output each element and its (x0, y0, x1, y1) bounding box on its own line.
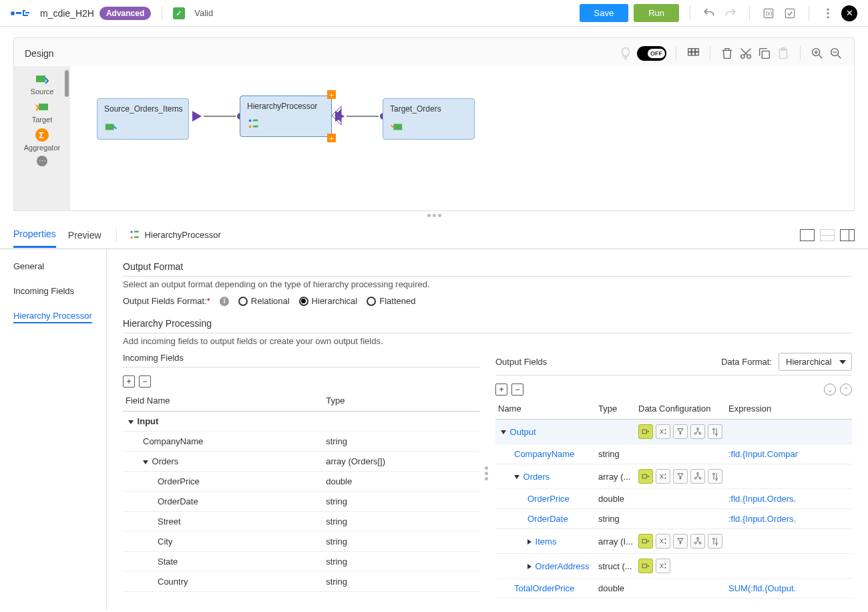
sidebar-incoming[interactable]: Incoming Fields (13, 286, 99, 296)
config-action-icon[interactable] (708, 424, 722, 439)
svg-rect-32 (393, 124, 402, 130)
table-row[interactable]: TotalOrderPricedoubleSUM(:fld.{Output. (495, 579, 852, 599)
mapping-name: m_cdie_H2H (40, 8, 94, 19)
config-action-icon[interactable] (656, 534, 670, 549)
main-content: Output Format Select an output format de… (107, 249, 868, 610)
palette-scrollbar[interactable] (65, 70, 69, 97)
radio-flattened[interactable]: Flattened (367, 296, 415, 306)
svg-rect-6 (785, 9, 794, 17)
svg-rect-49 (642, 539, 646, 543)
validate-icon[interactable] (782, 5, 798, 21)
resize-handle[interactable] (0, 211, 868, 220)
sidebar-hierarchy[interactable]: Hierarchy Processor (13, 311, 92, 323)
kebab-menu-icon[interactable] (820, 5, 836, 21)
svg-point-29 (249, 126, 252, 128)
svg-point-46 (697, 472, 699, 474)
tab-transformation: HierarchyProcessor (116, 229, 221, 241)
cut-icon[interactable] (738, 46, 753, 61)
table-row[interactable]: Input (123, 412, 479, 432)
table-row[interactable]: CompanyNamestring:fld.{Input.Compar (495, 444, 852, 464)
tab-bar: Properties Preview HierarchyProcessor (0, 221, 868, 249)
save-button[interactable]: Save (580, 4, 629, 22)
table-row[interactable]: OrderPricedouble (123, 472, 479, 492)
close-icon[interactable]: ✕ (841, 5, 857, 21)
config-action-icon[interactable] (638, 559, 653, 573)
toggle-switch[interactable]: OFF (637, 46, 666, 61)
svg-rect-31 (253, 126, 258, 128)
palette-target[interactable]: Target (32, 100, 53, 124)
config-action-icon[interactable] (690, 534, 705, 549)
table-row[interactable]: OrderAddressstruct (... (495, 554, 852, 579)
chevron-down-circle-icon[interactable]: ⌄ (824, 384, 836, 396)
radio-relational[interactable]: Relational (238, 296, 290, 306)
chevron-up-circle-icon[interactable]: ⌃ (840, 384, 852, 396)
delete-icon[interactable] (720, 46, 734, 61)
config-action-icon[interactable] (656, 469, 670, 484)
undo-icon[interactable] (701, 5, 717, 21)
data-format-select[interactable]: Hierarchical (779, 353, 852, 371)
config-action-icon[interactable] (638, 469, 653, 484)
plus-handle-bottom[interactable]: + (327, 134, 336, 142)
svg-rect-55 (642, 564, 646, 568)
table-row[interactable]: Output (495, 420, 852, 444)
config-action-icon[interactable] (708, 469, 722, 484)
splitter-handle[interactable] (485, 466, 488, 480)
canvas[interactable]: Source_Orders_Items + HierarchyProcessor… (70, 66, 854, 210)
redo-icon[interactable] (722, 5, 738, 21)
table-row[interactable]: OrderDatestring:fld.{Input.Orders. (495, 509, 852, 529)
hierarchy-proc-title: Hierarchy Processing (123, 318, 852, 333)
config-action-icon[interactable] (673, 424, 688, 439)
panel-layout-3-icon[interactable] (840, 229, 855, 241)
config-action-icon[interactable] (638, 424, 653, 439)
table-row[interactable]: Ordersarray (... (495, 464, 852, 489)
config-action-icon[interactable] (708, 534, 722, 549)
config-action-icon[interactable] (690, 424, 705, 439)
svg-point-28 (249, 120, 252, 122)
svg-point-52 (697, 537, 699, 539)
palette-aggregator[interactable]: Σ Aggregator (24, 128, 60, 152)
node-target[interactable]: Target_Orders (383, 98, 475, 140)
tab-properties[interactable]: Properties (13, 222, 56, 248)
run-button[interactable]: Run (634, 4, 679, 22)
copy-icon[interactable] (757, 46, 772, 61)
table-row[interactable]: Ordersarray (Orders[]) (123, 452, 479, 472)
zoom-in-icon[interactable] (810, 46, 825, 61)
table-row[interactable]: Countrystring (123, 572, 479, 592)
panel-layout-1-icon[interactable] (800, 229, 815, 241)
table-row[interactable]: Itemsarray (I... (495, 529, 852, 554)
paste-icon[interactable] (776, 46, 791, 61)
table-row[interactable]: Streetstring (123, 512, 479, 532)
grid-icon[interactable] (686, 46, 700, 61)
config-action-icon[interactable] (656, 559, 670, 573)
svg-rect-30 (253, 120, 258, 122)
config-action-icon[interactable] (656, 424, 670, 439)
node-source[interactable]: Source_Orders_Items (97, 98, 189, 140)
palette-more-icon[interactable]: ⋯ (37, 156, 47, 166)
lightbulb-icon[interactable] (618, 46, 633, 61)
expression-icon[interactable]: (x) (761, 5, 777, 21)
sidebar-general[interactable]: General (13, 261, 99, 271)
table-row[interactable]: CompanyNamestring (123, 432, 479, 452)
output-table: Name Type Data Configuration Expression … (495, 398, 852, 599)
config-action-icon[interactable] (673, 469, 688, 484)
collapse-all-icon[interactable]: − (139, 375, 151, 388)
expand-all-out-icon[interactable]: + (495, 384, 507, 396)
config-action-icon[interactable] (673, 534, 688, 549)
tab-preview[interactable]: Preview (68, 223, 101, 247)
table-row[interactable]: OrderPricedouble:fld.{Input.Orders. (495, 489, 852, 509)
config-action-icon[interactable] (690, 469, 705, 484)
info-icon[interactable]: i (220, 297, 229, 306)
node-processor[interactable]: + HierarchyProcessor + (240, 96, 332, 137)
config-action-icon[interactable] (638, 534, 653, 549)
radio-hierarchical[interactable]: Hierarchical (299, 296, 358, 306)
table-row[interactable]: Statestring (123, 552, 479, 572)
panel-layout-2-icon[interactable] (820, 229, 835, 241)
table-row[interactable]: OrderDatestring (123, 492, 479, 512)
svg-rect-13 (688, 52, 692, 55)
expand-all-icon[interactable]: + (123, 375, 135, 388)
plus-handle-top[interactable]: + (327, 90, 336, 99)
table-row[interactable]: Citystring (123, 532, 479, 552)
palette-source[interactable]: Source (31, 71, 54, 96)
zoom-out-icon[interactable] (829, 46, 843, 61)
collapse-all-out-icon[interactable]: − (511, 384, 523, 396)
